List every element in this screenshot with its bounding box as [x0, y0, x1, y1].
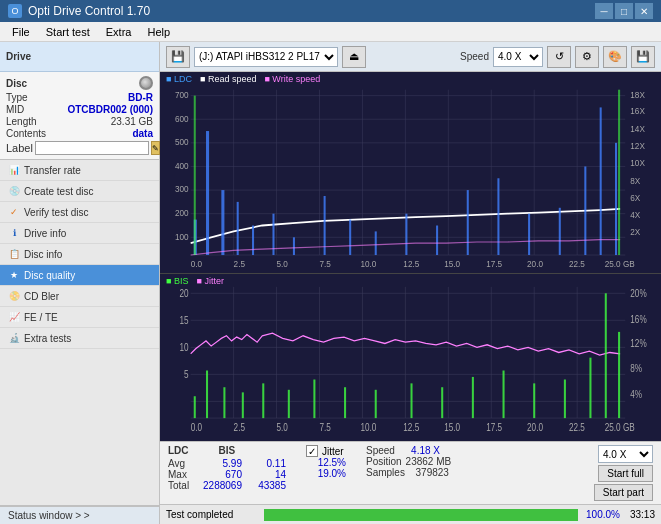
sidebar-item-verify-test-disc[interactable]: ✓ Verify test disc: [0, 202, 159, 223]
svg-rect-119: [618, 332, 620, 418]
svg-rect-118: [605, 293, 607, 418]
svg-text:400: 400: [175, 160, 189, 171]
svg-rect-110: [375, 390, 377, 418]
read-speed-legend-label: ■ Read speed: [200, 74, 256, 84]
status-window[interactable]: Status window > >: [0, 505, 159, 524]
svg-text:700: 700: [175, 89, 189, 100]
sidebar-item-drive-info[interactable]: ℹ Drive info: [0, 223, 159, 244]
close-button[interactable]: ✕: [635, 3, 653, 19]
avg-jitter-row: 12.5%: [306, 457, 346, 468]
status-text: Test completed: [160, 509, 260, 520]
speed-stat-value: 4.18 X: [400, 445, 440, 456]
jitter-checkbox[interactable]: ✓: [306, 445, 318, 457]
start-part-button[interactable]: Start part: [594, 484, 653, 501]
svg-rect-109: [344, 387, 346, 418]
svg-text:2.5: 2.5: [234, 258, 245, 269]
fe-te-icon: 📈: [8, 311, 20, 323]
settings-button[interactable]: ⚙: [575, 46, 599, 68]
color-button[interactable]: 🎨: [603, 46, 627, 68]
jitter-header-row: ✓ Jitter: [306, 445, 346, 457]
speed-test-select[interactable]: 4.0 X: [598, 445, 653, 463]
disc-panel: Disc Type BD-R MID OTCBDR002 (000) Lengt…: [0, 72, 159, 160]
sidebar-item-transfer-rate[interactable]: 📊 Transfer rate: [0, 160, 159, 181]
svg-text:25.0 GB: 25.0 GB: [605, 422, 635, 433]
create-test-disc-label: Create test disc: [24, 186, 93, 197]
svg-text:15: 15: [180, 315, 189, 326]
sidebar-item-fe-te[interactable]: 📈 FE / TE: [0, 307, 159, 328]
menu-bar: File Start test Extra Help: [0, 22, 661, 42]
avg-bis-value: 0.11: [246, 458, 286, 469]
drive-select[interactable]: (J:) ATAPI iHBS312 2 PL17: [194, 47, 338, 67]
disc-label-row: Label ✎: [6, 141, 153, 155]
sidebar-item-disc-info[interactable]: 📋 Disc info: [0, 244, 159, 265]
save-button[interactable]: 💾: [631, 46, 655, 68]
svg-rect-115: [533, 383, 535, 418]
svg-text:20: 20: [180, 288, 189, 299]
sidebar-item-disc-quality[interactable]: ★ Disc quality: [0, 265, 159, 286]
label-input[interactable]: [35, 141, 149, 155]
chart1-svg: 700 600 500 400 300 200 100 18X 16X 14X …: [160, 72, 661, 273]
title-bar-left: O Opti Drive Control 1.70: [8, 4, 150, 18]
menu-extra[interactable]: Extra: [98, 24, 140, 40]
svg-rect-107: [288, 390, 290, 418]
svg-rect-106: [262, 383, 264, 418]
toolbar-drive-btn[interactable]: 💾: [166, 46, 190, 68]
drive-label: Drive: [6, 51, 31, 62]
start-full-button[interactable]: Start full: [598, 465, 653, 482]
svg-text:12%: 12%: [630, 338, 646, 349]
svg-text:10.0: 10.0: [360, 422, 376, 433]
label-edit-button[interactable]: ✎: [151, 141, 160, 155]
menu-start-test[interactable]: Start test: [38, 24, 98, 40]
svg-text:20%: 20%: [630, 288, 646, 299]
svg-text:500: 500: [175, 137, 189, 148]
total-row: Total 2288069 43385: [168, 480, 286, 491]
disc-length-row: Length 23.31 GB: [6, 116, 153, 127]
sidebar-item-cd-bler[interactable]: 📀 CD Bler: [0, 286, 159, 307]
sidebar-item-create-test-disc[interactable]: 💿 Create test disc: [0, 181, 159, 202]
bottom-bar: Test completed 100.0% 33:13: [160, 504, 661, 524]
chart-panel-bottom: ■ BIS ■ Jitter: [160, 274, 661, 441]
disc-icon: [139, 76, 153, 90]
minimize-button[interactable]: ─: [595, 3, 613, 19]
chart-panel-top: ■ LDC ■ Read speed ■ Write speed: [160, 72, 661, 274]
svg-rect-48: [237, 202, 239, 255]
speed-select[interactable]: 4.0 X: [493, 47, 543, 67]
status-window-label: Status window > >: [8, 510, 90, 521]
speed-row: Speed 4.18 X: [366, 445, 451, 456]
max-ldc-value: 670: [202, 469, 242, 480]
svg-rect-46: [206, 131, 209, 255]
status-window-header[interactable]: Status window > >: [0, 506, 159, 524]
progress-bar-container: [264, 509, 578, 521]
svg-text:600: 600: [175, 113, 189, 124]
refresh-button[interactable]: ↺: [547, 46, 571, 68]
menu-help[interactable]: Help: [139, 24, 178, 40]
length-value: 23.31 GB: [111, 116, 153, 127]
svg-rect-105: [242, 392, 244, 418]
svg-text:0.0: 0.0: [191, 258, 202, 269]
type-label: Type: [6, 92, 28, 103]
sidebar-item-extra-tests[interactable]: 🔬 Extra tests: [0, 328, 159, 349]
contents-value: data: [132, 128, 153, 139]
svg-text:100: 100: [175, 231, 189, 242]
stats-section: LDC BIS Avg 5.99 0.11 Max 670 14 Total 2…: [160, 441, 661, 504]
chart2-title: ■ BIS ■ Jitter: [166, 276, 224, 286]
extra-tests-label: Extra tests: [24, 333, 71, 344]
svg-rect-104: [223, 387, 225, 418]
drive-info-label: Drive info: [24, 228, 66, 239]
action-area: 4.0 X Start full Start part: [594, 445, 653, 501]
svg-rect-117: [589, 357, 591, 417]
svg-rect-59: [528, 214, 530, 255]
svg-text:12.5: 12.5: [403, 422, 419, 433]
jitter-legend-label: ■ Jitter: [196, 276, 223, 286]
svg-text:10X: 10X: [630, 158, 645, 169]
svg-rect-113: [472, 377, 474, 418]
menu-file[interactable]: File: [4, 24, 38, 40]
svg-text:5.0: 5.0: [277, 258, 288, 269]
max-label: Max: [168, 469, 198, 480]
eject-button[interactable]: ⏏: [342, 46, 366, 68]
jitter-label: Jitter: [322, 446, 344, 457]
svg-text:25.0 GB: 25.0 GB: [605, 258, 635, 269]
bis-legend-label: ■ BIS: [166, 276, 188, 286]
svg-rect-56: [436, 226, 438, 256]
maximize-button[interactable]: □: [615, 3, 633, 19]
